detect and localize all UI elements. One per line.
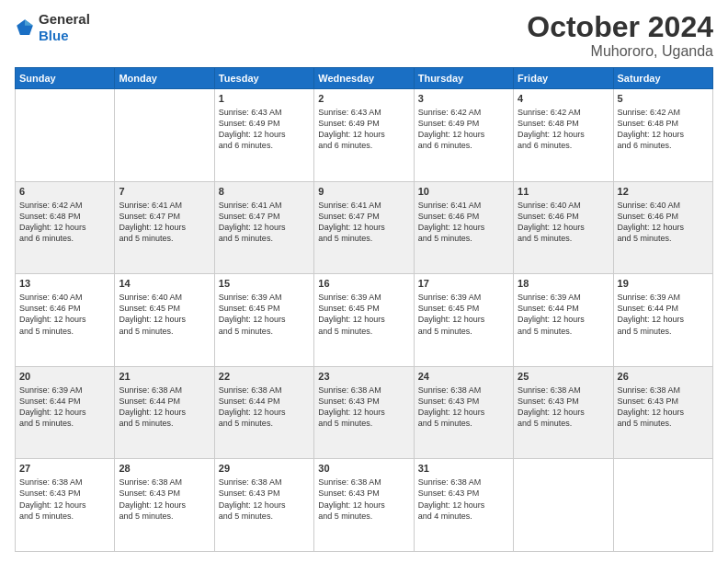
day-info: Sunrise: 6:40 AMSunset: 6:46 PMDaylight:… [518, 200, 609, 245]
calendar-cell: 3Sunrise: 6:42 AMSunset: 6:49 PMDaylight… [414, 89, 513, 182]
day-info: Sunrise: 6:38 AMSunset: 6:43 PMDaylight:… [318, 477, 409, 522]
day-number: 29 [219, 462, 310, 476]
day-number: 21 [119, 370, 210, 384]
day-info: Sunrise: 6:38 AMSunset: 6:44 PMDaylight:… [119, 385, 210, 430]
week-row-1: 6Sunrise: 6:42 AMSunset: 6:48 PMDaylight… [16, 181, 713, 274]
calendar-cell: 17Sunrise: 6:39 AMSunset: 6:45 PMDayligh… [414, 274, 513, 367]
day-number: 4 [518, 92, 609, 106]
day-number: 8 [219, 185, 310, 199]
calendar-cell: 9Sunrise: 6:41 AMSunset: 6:47 PMDaylight… [314, 181, 414, 274]
day-info: Sunrise: 6:40 AMSunset: 6:46 PMDaylight:… [19, 292, 110, 337]
day-number: 22 [219, 370, 310, 384]
calendar-table: Sunday Monday Tuesday Wednesday Thursday… [15, 67, 713, 552]
day-number: 17 [418, 277, 509, 291]
day-number: 28 [119, 462, 210, 476]
calendar-cell: 25Sunrise: 6:38 AMSunset: 6:43 PMDayligh… [514, 366, 613, 459]
calendar-cell [115, 89, 214, 182]
day-number: 26 [618, 370, 709, 384]
header-tuesday: Tuesday [214, 68, 313, 89]
title-month: October 2024 [527, 11, 713, 43]
calendar-cell: 28Sunrise: 6:38 AMSunset: 6:43 PMDayligh… [115, 459, 214, 552]
title-section: October 2024 Muhororo, Uganda [527, 11, 713, 60]
calendar-cell [16, 89, 115, 182]
calendar-cell: 26Sunrise: 6:38 AMSunset: 6:43 PMDayligh… [613, 366, 712, 459]
day-info: Sunrise: 6:38 AMSunset: 6:44 PMDaylight:… [219, 385, 310, 430]
calendar-cell: 7Sunrise: 6:41 AMSunset: 6:47 PMDaylight… [115, 181, 214, 274]
calendar-cell: 24Sunrise: 6:38 AMSunset: 6:43 PMDayligh… [414, 366, 513, 459]
day-info: Sunrise: 6:38 AMSunset: 6:43 PMDaylight:… [19, 477, 110, 522]
day-number: 23 [318, 370, 409, 384]
day-info: Sunrise: 6:42 AMSunset: 6:49 PMDaylight:… [418, 107, 509, 152]
day-number: 11 [518, 185, 609, 199]
day-info: Sunrise: 6:39 AMSunset: 6:44 PMDaylight:… [618, 292, 709, 337]
day-number: 20 [19, 370, 110, 384]
calendar-cell: 12Sunrise: 6:40 AMSunset: 6:46 PMDayligh… [613, 181, 712, 274]
calendar-cell: 21Sunrise: 6:38 AMSunset: 6:44 PMDayligh… [115, 366, 214, 459]
calendar-cell: 22Sunrise: 6:38 AMSunset: 6:44 PMDayligh… [214, 366, 313, 459]
day-info: Sunrise: 6:38 AMSunset: 6:43 PMDaylight:… [418, 385, 509, 430]
day-number: 7 [119, 185, 210, 199]
calendar-cell: 31Sunrise: 6:38 AMSunset: 6:43 PMDayligh… [414, 459, 513, 552]
calendar-cell: 5Sunrise: 6:42 AMSunset: 6:48 PMDaylight… [613, 89, 712, 182]
day-info: Sunrise: 6:41 AMSunset: 6:46 PMDaylight:… [418, 200, 509, 245]
day-info: Sunrise: 6:43 AMSunset: 6:49 PMDaylight:… [318, 107, 409, 152]
day-number: 15 [219, 277, 310, 291]
day-info: Sunrise: 6:38 AMSunset: 6:43 PMDaylight:… [119, 477, 210, 522]
day-info: Sunrise: 6:38 AMSunset: 6:43 PMDaylight:… [418, 477, 509, 522]
day-info: Sunrise: 6:38 AMSunset: 6:43 PMDaylight:… [318, 385, 409, 430]
calendar-cell: 23Sunrise: 6:38 AMSunset: 6:43 PMDayligh… [314, 366, 414, 459]
calendar-cell: 15Sunrise: 6:39 AMSunset: 6:45 PMDayligh… [214, 274, 313, 367]
header-wednesday: Wednesday [314, 68, 414, 89]
day-info: Sunrise: 6:41 AMSunset: 6:47 PMDaylight:… [119, 200, 210, 245]
day-info: Sunrise: 6:41 AMSunset: 6:47 PMDaylight:… [318, 200, 409, 245]
calendar-cell: 14Sunrise: 6:40 AMSunset: 6:45 PMDayligh… [115, 274, 214, 367]
day-number: 19 [618, 277, 709, 291]
day-info: Sunrise: 6:38 AMSunset: 6:43 PMDaylight:… [219, 477, 310, 522]
logo-icon [15, 17, 35, 38]
header: General Blue October 2024 Muhororo, Ugan… [15, 11, 713, 60]
day-number: 10 [418, 185, 509, 199]
day-info: Sunrise: 6:38 AMSunset: 6:43 PMDaylight:… [518, 385, 609, 430]
day-number: 5 [618, 92, 709, 106]
week-row-0: 1Sunrise: 6:43 AMSunset: 6:49 PMDaylight… [16, 89, 713, 182]
calendar-cell: 19Sunrise: 6:39 AMSunset: 6:44 PMDayligh… [613, 274, 712, 367]
day-number: 30 [318, 462, 409, 476]
logo-text: General Blue [39, 11, 90, 44]
week-row-3: 20Sunrise: 6:39 AMSunset: 6:44 PMDayligh… [16, 366, 713, 459]
calendar-cell: 2Sunrise: 6:43 AMSunset: 6:49 PMDaylight… [314, 89, 414, 182]
calendar-cell: 16Sunrise: 6:39 AMSunset: 6:45 PMDayligh… [314, 274, 414, 367]
week-row-2: 13Sunrise: 6:40 AMSunset: 6:46 PMDayligh… [16, 274, 713, 367]
title-location: Muhororo, Uganda [527, 43, 713, 60]
calendar-header-row: Sunday Monday Tuesday Wednesday Thursday… [16, 68, 713, 89]
calendar-cell: 13Sunrise: 6:40 AMSunset: 6:46 PMDayligh… [16, 274, 115, 367]
day-number: 1 [219, 92, 310, 106]
day-info: Sunrise: 6:39 AMSunset: 6:45 PMDaylight:… [219, 292, 310, 337]
day-info: Sunrise: 6:39 AMSunset: 6:44 PMDaylight:… [518, 292, 609, 337]
header-sunday: Sunday [16, 68, 115, 89]
day-info: Sunrise: 6:39 AMSunset: 6:44 PMDaylight:… [19, 385, 110, 430]
calendar-cell: 4Sunrise: 6:42 AMSunset: 6:48 PMDaylight… [514, 89, 613, 182]
calendar-cell: 18Sunrise: 6:39 AMSunset: 6:44 PMDayligh… [514, 274, 613, 367]
day-number: 18 [518, 277, 609, 291]
header-saturday: Saturday [613, 68, 712, 89]
day-number: 6 [19, 185, 110, 199]
calendar-cell: 27Sunrise: 6:38 AMSunset: 6:43 PMDayligh… [16, 459, 115, 552]
calendar-cell: 20Sunrise: 6:39 AMSunset: 6:44 PMDayligh… [16, 366, 115, 459]
day-number: 2 [318, 92, 409, 106]
day-number: 13 [19, 277, 110, 291]
header-thursday: Thursday [414, 68, 513, 89]
day-number: 12 [618, 185, 709, 199]
day-info: Sunrise: 6:42 AMSunset: 6:48 PMDaylight:… [618, 107, 709, 152]
header-friday: Friday [514, 68, 613, 89]
day-info: Sunrise: 6:39 AMSunset: 6:45 PMDaylight:… [318, 292, 409, 337]
day-info: Sunrise: 6:40 AMSunset: 6:46 PMDaylight:… [618, 200, 709, 245]
day-number: 14 [119, 277, 210, 291]
calendar-cell: 6Sunrise: 6:42 AMSunset: 6:48 PMDaylight… [16, 181, 115, 274]
page: General Blue October 2024 Muhororo, Ugan… [0, 0, 728, 563]
logo-blue: Blue [39, 28, 69, 43]
day-number: 27 [19, 462, 110, 476]
day-number: 25 [518, 370, 609, 384]
day-info: Sunrise: 6:43 AMSunset: 6:49 PMDaylight:… [219, 107, 310, 152]
day-number: 24 [418, 370, 509, 384]
day-info: Sunrise: 6:39 AMSunset: 6:45 PMDaylight:… [418, 292, 509, 337]
